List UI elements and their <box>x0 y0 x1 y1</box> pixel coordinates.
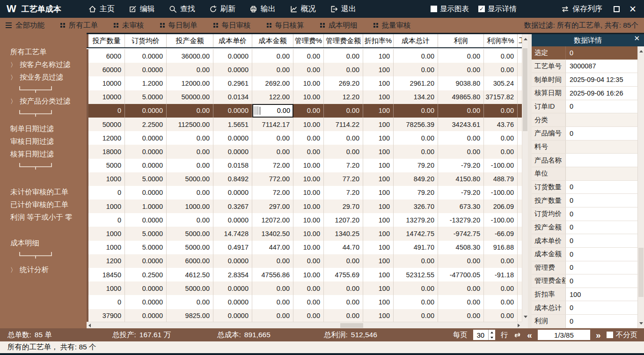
table-cell[interactable]: 0.8492 <box>213 172 252 186</box>
table-cell[interactable]: 0.00 <box>324 104 363 118</box>
table-row[interactable]: 10005.00005000.000.4917447.0010.0044.701… <box>87 241 522 254</box>
display-toggle[interactable]: ✓显示详情 <box>478 4 517 14</box>
table-cell[interactable]: 71142.17 <box>252 118 293 131</box>
menu-item[interactable]: 查找 <box>169 4 195 14</box>
table-cell[interactable]: 5000 <box>88 159 125 172</box>
table-cell[interactable]: 0.00 <box>394 104 438 118</box>
table-cell[interactable]: 0.0000 <box>213 295 252 309</box>
detail-row[interactable]: 投产数量0 <box>532 194 637 207</box>
table-row[interactable]: 180000.00000.000.00000.000.000.001000.00… <box>87 145 522 158</box>
table-cell[interactable]: 0.00 <box>293 309 324 322</box>
table-cell[interactable]: 0 <box>88 104 125 118</box>
table-cell[interactable]: 36000.00 <box>167 49 213 63</box>
table-cell[interactable]: 2.8354 <box>213 268 252 281</box>
table-cell[interactable]: 4508.30 <box>438 241 484 254</box>
column-header[interactable]: 订货均价 <box>125 34 167 47</box>
table-cell[interactable]: 100 <box>363 118 394 131</box>
table-cell[interactable]: 5000.00 <box>167 241 213 254</box>
detail-row[interactable]: 订单ID0 <box>532 100 637 114</box>
table-cell[interactable]: 0.00 <box>167 295 213 309</box>
table-cell[interactable]: 0.00 <box>167 63 213 76</box>
table-cell[interactable]: 488.79 <box>484 172 518 186</box>
table-cell[interactable]: 100 <box>363 131 394 145</box>
table-cell[interactable]: 1207.20 <box>324 213 363 227</box>
table-row[interactable]: 10005.00005000.000.8492772.0010.0077.201… <box>87 172 522 186</box>
sidebar-item[interactable]: 利润 等于或小于 零 <box>0 211 87 224</box>
detail-row[interactable]: 制单时间2025-09-04 12:35 <box>532 73 637 87</box>
table-cell[interactable]: 0.2961 <box>213 76 252 90</box>
detail-value[interactable]: 0 <box>566 221 637 234</box>
table-cell[interactable]: 0.00 <box>394 49 438 63</box>
detail-row[interactable]: 管理费0 <box>532 261 637 275</box>
table-cell[interactable]: 0.00 <box>167 104 213 118</box>
table-cell[interactable]: 0.00 <box>438 145 484 158</box>
table-cell[interactable]: 0.0000 <box>213 309 252 322</box>
detail-row[interactable]: 料号 <box>532 141 637 154</box>
per-page-value[interactable]: 30 <box>473 330 488 340</box>
table-cell[interactable]: 0.00 <box>484 49 518 63</box>
detail-value[interactable]: 100 <box>566 288 637 301</box>
panel-splitter[interactable] <box>528 34 532 328</box>
scroll-down-arrow-icon[interactable] <box>639 322 643 325</box>
detail-row[interactable]: 投产金额0 <box>532 221 637 235</box>
detail-value[interactable]: 0 <box>566 181 637 194</box>
detail-row[interactable]: 利润0 <box>532 315 637 328</box>
table-cell[interactable]: 1000 <box>88 281 125 295</box>
table-cell[interactable]: 10000 <box>88 76 125 90</box>
table-cell[interactable]: 9038.80 <box>438 76 484 90</box>
table-cell[interactable]: 0.00 <box>167 186 213 200</box>
sidebar-item[interactable]: 所有工艺单 <box>0 46 87 59</box>
table-cell[interactable]: 772.00 <box>252 172 293 186</box>
table-row[interactable]: 500002.2500112500.001.565171142.1710.007… <box>87 118 522 131</box>
table-cell[interactable]: 0.00 <box>324 281 363 295</box>
menu-item[interactable]: 退出 <box>330 4 356 14</box>
column-header[interactable]: 投产数量 <box>88 34 125 47</box>
table-cell[interactable]: 6000.00 <box>167 254 213 268</box>
table-cell[interactable]: 72.00 <box>252 186 293 200</box>
table-cell[interactable]: 0.00 <box>484 131 518 145</box>
table-row[interactable]: 00.00000.000.000012072.0010.001207.20100… <box>87 213 522 227</box>
menu-item[interactable]: 编辑 <box>129 4 155 14</box>
table-row[interactable]: 120000.00000.000.00000.000.000.001000.00… <box>87 131 522 145</box>
table-cell[interactable]: 10.00 <box>293 186 324 200</box>
table-cell[interactable]: 0.00 <box>252 49 293 63</box>
table-cell[interactable]: 0.0000 <box>125 145 167 158</box>
table-row[interactable]: 00.00000.000.00000.000.000.001000.000.00… <box>87 295 522 309</box>
table-cell[interactable]: 0.00 <box>167 213 213 227</box>
table-cell[interactable]: 100 <box>363 200 394 213</box>
table-cell[interactable]: 0.00 <box>324 63 363 76</box>
table-cell[interactable]: 44.70 <box>324 241 363 254</box>
table-cell[interactable]: -91.18 <box>484 268 518 281</box>
detail-value[interactable]: 0 <box>566 207 637 221</box>
table-cell[interactable]: 37900 <box>88 309 125 322</box>
table-cell[interactable]: 50000.00 <box>167 90 213 104</box>
table-cell[interactable]: 7.20 <box>324 186 363 200</box>
stepper-buttons[interactable] <box>488 330 495 340</box>
scroll-down-arrow-icon[interactable] <box>524 316 527 318</box>
table-cell[interactable]: 0.00 <box>293 281 324 295</box>
table-cell[interactable]: 0.0000 <box>213 213 252 227</box>
table-cell[interactable]: 305.24 <box>484 76 518 90</box>
table-row[interactable]: 10005.00005000.0014.742813402.5010.00134… <box>87 227 522 240</box>
column-header[interactable]: 折扣率% <box>363 34 394 47</box>
detail-row[interactable]: 成本金额0 <box>532 248 637 261</box>
table-cell[interactable]: 0.0000 <box>125 309 167 322</box>
next-page-button[interactable]: » <box>596 331 601 340</box>
table-cell[interactable]: 0.0000 <box>213 49 252 63</box>
table-cell[interactable]: 12000.00 <box>167 76 213 90</box>
scroll-up-arrow-icon[interactable] <box>524 38 527 40</box>
detail-value[interactable]: 0 <box>566 274 637 288</box>
table-cell[interactable]: 100 <box>363 145 394 158</box>
table-cell[interactable]: 0.0000 <box>125 49 167 63</box>
menu-item[interactable]: 概况 <box>290 4 316 14</box>
detail-row[interactable]: 分类 <box>532 113 637 127</box>
toolbar-item[interactable]: 批量审核 <box>373 21 411 30</box>
table-cell[interactable]: 0.00 <box>394 254 438 268</box>
table-cell[interactable]: 0.00 <box>252 63 293 76</box>
table-cell[interactable]: 0.0000 <box>125 213 167 227</box>
table-row[interactable]: 12000.00006000.000.00000.000.000.001000.… <box>87 254 522 268</box>
table-cell[interactable]: 10.00 <box>293 200 324 213</box>
sidebar-item[interactable]: 核算日期过滤 <box>0 148 87 161</box>
table-cell[interactable]: 49865.80 <box>438 90 484 104</box>
sidebar-item[interactable]: 〉按产品分类过滤 <box>0 95 87 108</box>
